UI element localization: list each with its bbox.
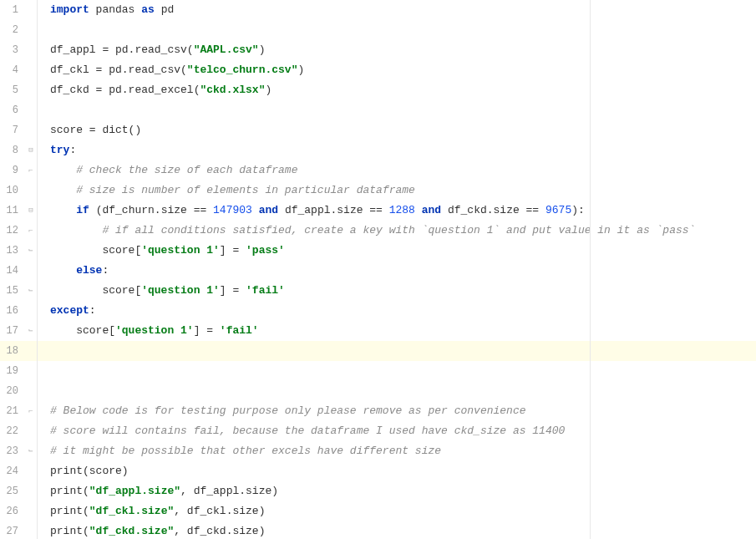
code-content[interactable]: score['question 1'] = 'fail' [37,321,756,341]
line-number[interactable]: 16 [0,301,25,321]
code-content[interactable]: print("df_appl.size", df_appl.size) [37,481,756,501]
code-line[interactable]: 24print(score) [0,461,756,481]
line-number[interactable]: 23 [0,441,25,461]
code-line[interactable]: 11⊟ if (df_churn.size == 147903 and df_a… [0,201,756,221]
code-line[interactable]: 23⌙# it might be possible that other exc… [0,441,756,461]
code-content[interactable] [37,381,756,401]
code-content[interactable]: # score will contains fail, because the … [37,421,756,441]
fold-marker[interactable]: ⌐ [25,221,37,241]
fold-marker[interactable]: ⌙ [25,441,37,461]
line-number[interactable]: 12 [0,221,25,241]
fold-marker[interactable]: ⌙ [25,321,37,341]
code-content[interactable]: except: [37,301,756,321]
code-content[interactable]: import pandas as pd [37,0,756,20]
fold-marker [25,120,37,140]
code-content[interactable]: score['question 1'] = 'fail' [37,281,756,301]
line-number[interactable]: 11 [0,201,25,221]
code-line[interactable]: 10 # size is number of elements in parti… [0,181,756,201]
code-line[interactable]: 14 else: [0,261,756,281]
line-number[interactable]: 1 [0,0,25,20]
line-number[interactable]: 24 [0,461,25,481]
code-line[interactable]: 17⌙ score['question 1'] = 'fail' [0,321,756,341]
code-content[interactable]: df_appl = pd.read_csv("AAPL.csv") [37,40,756,60]
fold-marker[interactable]: ⌐ [25,401,37,421]
code-content[interactable]: print("df_ckd.size", df_ckd.size) [37,521,756,539]
code-line[interactable]: 9⌐ # check the size of each dataframe [0,160,756,181]
code-line[interactable]: 18 [0,341,756,361]
code-content[interactable]: try: [37,140,756,160]
line-number[interactable]: 13 [0,241,25,261]
code-content[interactable]: df_ckl = pd.read_csv("telco_churn.csv") [37,60,756,80]
fold-marker [25,20,37,40]
code-content[interactable]: df_ckd = pd.read_excel("ckd.xlsx") [37,80,756,100]
code-line[interactable]: 5df_ckd = pd.read_excel("ckd.xlsx") [0,80,756,100]
fold-marker[interactable]: ⌙ [25,241,37,261]
code-content[interactable]: score['question 1'] = 'pass' [37,241,756,261]
fold-marker[interactable]: ⊟ [25,201,37,221]
code-content[interactable] [37,100,756,120]
code-line[interactable]: 1import pandas as pd [0,0,756,20]
code-line[interactable]: 15⌙ score['question 1'] = 'fail' [0,281,756,301]
line-number[interactable]: 4 [0,60,25,80]
line-number[interactable]: 5 [0,80,25,100]
line-number[interactable]: 6 [0,100,25,120]
code-line[interactable]: 13⌙ score['question 1'] = 'pass' [0,241,756,261]
code-line[interactable]: 12⌐ # if all conditions satisfied, creat… [0,221,756,241]
line-number[interactable]: 14 [0,261,25,281]
code-line[interactable]: 3df_appl = pd.read_csv("AAPL.csv") [0,40,756,60]
code-content[interactable] [37,341,756,361]
line-number[interactable]: 20 [0,381,25,401]
code-content[interactable] [37,20,756,40]
line-number[interactable]: 17 [0,321,25,341]
code-line[interactable]: 25print("df_appl.size", df_appl.size) [0,481,756,501]
code-content[interactable] [37,361,756,381]
gutter-divider [37,0,38,539]
line-number[interactable]: 27 [0,521,25,539]
fold-marker [25,80,37,100]
code-content[interactable]: score = dict() [37,120,756,140]
line-number[interactable]: 10 [0,181,25,201]
code-content[interactable]: else: [37,261,756,281]
line-number[interactable]: 8 [0,140,25,160]
code-line[interactable]: 16except: [0,301,756,321]
line-number[interactable]: 15 [0,281,25,301]
fold-marker[interactable]: ⌐ [25,160,37,181]
fold-marker [25,261,37,281]
code-content[interactable]: # size is number of elements in particul… [37,181,756,201]
code-content[interactable]: print(score) [37,461,756,481]
fold-marker [25,0,37,20]
code-line[interactable]: 7score = dict() [0,120,756,140]
line-number[interactable]: 22 [0,421,25,441]
code-line[interactable]: 22# score will contains fail, because th… [0,421,756,441]
code-content[interactable]: # it might be possible that other excels… [37,441,756,461]
code-line[interactable]: 8⊟try: [0,140,756,160]
code-content[interactable]: print("df_ckl.size", df_ckl.size) [37,501,756,521]
fold-marker[interactable]: ⊟ [25,140,37,160]
code-line[interactable]: 21⌐# Below code is for testing purpose o… [0,401,756,421]
code-content[interactable]: if (df_churn.size == 147903 and df_appl.… [37,201,756,221]
code-line[interactable]: 26print("df_ckl.size", df_ckl.size) [0,501,756,521]
code-line[interactable]: 6 [0,100,756,120]
code-content[interactable]: # Below code is for testing purpose only… [37,401,756,421]
line-number[interactable]: 18 [0,341,25,361]
code-content[interactable]: # if all conditions satisfied, create a … [37,221,756,241]
code-line[interactable]: 19 [0,361,756,381]
code-line[interactable]: 2 [0,20,756,40]
code-editor[interactable]: 1import pandas as pd23df_appl = pd.read_… [0,0,756,539]
line-number[interactable]: 21 [0,401,25,421]
line-number[interactable]: 25 [0,481,25,501]
code-line[interactable]: 20 [0,381,756,401]
line-number[interactable]: 26 [0,501,25,521]
fold-marker [25,40,37,60]
code-line[interactable]: 4df_ckl = pd.read_csv("telco_churn.csv") [0,60,756,80]
code-line[interactable]: 27print("df_ckd.size", df_ckd.size) [0,521,756,539]
line-number[interactable]: 7 [0,120,25,140]
line-number[interactable]: 2 [0,20,25,40]
fold-marker [25,481,37,501]
code-content[interactable]: # check the size of each dataframe [37,160,756,181]
line-number[interactable]: 19 [0,361,25,381]
fold-marker [25,301,37,321]
line-number[interactable]: 3 [0,40,25,60]
line-number[interactable]: 9 [0,160,25,181]
fold-marker[interactable]: ⌙ [25,281,37,301]
